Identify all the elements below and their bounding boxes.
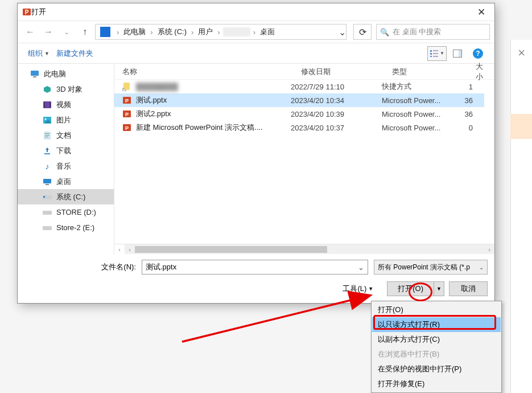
- file-date: 2023/4/20 10:37: [286, 124, 377, 132]
- newfolder-button[interactable]: 新建文件夹: [53, 46, 97, 61]
- file-name: 测试.pptx: [136, 95, 286, 105]
- svg-text:P: P: [125, 112, 129, 117]
- filetype-select[interactable]: 所有 PowerPoint 演示文稿 (*.p ⌄: [374, 260, 488, 275]
- col-name[interactable]: 名称: [114, 64, 296, 79]
- close-button[interactable]: ✕: [468, 3, 494, 21]
- filename-input[interactable]: 测试.pptx ⌄: [142, 260, 368, 275]
- sidebar-item-videos[interactable]: 视频: [18, 97, 114, 112]
- address-dropdown[interactable]: ⌄: [335, 27, 349, 38]
- svg-rect-14: [44, 102, 45, 108]
- sidebar-item-3d[interactable]: 3D 对象: [18, 81, 114, 97]
- menu-open-copy[interactable]: 以副本方式打开(C): [372, 332, 501, 347]
- col-date[interactable]: 修改日期: [296, 64, 387, 79]
- cube-icon: [43, 85, 52, 94]
- sidebar-item-label: 此电脑: [44, 69, 66, 79]
- view-details-icon: [430, 50, 439, 58]
- titlebar: P 打开 ✕: [18, 3, 494, 21]
- tools-button[interactable]: 工具(L)▼: [343, 284, 373, 294]
- svg-point-17: [45, 118, 47, 120]
- refresh-button[interactable]: ⟳: [353, 24, 372, 40]
- sidebar-item-desktop[interactable]: 桌面: [18, 174, 114, 189]
- filename-value: 测试.pptx: [146, 262, 176, 272]
- toolbar: 组织▼ 新建文件夹 ▼ ?: [18, 43, 494, 64]
- drive-icon: [43, 208, 52, 217]
- pc-icon: [100, 27, 110, 37]
- breadcrumb[interactable]: › 此电脑 › 系统 (C:) › 用户 › › 桌面: [95, 24, 347, 40]
- open-button[interactable]: 打开(O): [387, 281, 434, 296]
- filename-label: 文件名(N):: [24, 262, 138, 272]
- chevron-right-icon: ›: [114, 28, 122, 36]
- nav-up-button[interactable]: ↑: [77, 24, 93, 40]
- menu-open-repair[interactable]: 打开并修复(E): [372, 376, 501, 391]
- document-icon: [43, 131, 52, 140]
- file-row[interactable]: ████████ 2022/7/29 11:10 快捷方式 1: [114, 80, 484, 93]
- search-input[interactable]: 🔍 在 桌面 中搜索: [376, 24, 490, 40]
- address-bar: ← → ⌄ ↑ › 此电脑 › 系统 (C:) › 用户 › › 桌面 ⌄ ⟳ …: [18, 21, 494, 43]
- file-date: 2023/4/20 10:34: [286, 96, 377, 105]
- crumb-desktop[interactable]: 桌面: [258, 27, 277, 37]
- sidebar-item-downloads[interactable]: 下载: [18, 143, 114, 158]
- sidebar-item-pictures[interactable]: 图片: [18, 112, 114, 128]
- sidebar-item-label: Store-2 (E:): [56, 223, 94, 232]
- col-type[interactable]: 类型: [387, 64, 467, 79]
- svg-rect-7: [433, 56, 438, 57]
- chevron-down-icon[interactable]: ⌄: [358, 263, 364, 272]
- sidebar-item-this-pc[interactable]: 此电脑: [18, 66, 114, 81]
- svg-rect-10: [31, 71, 39, 76]
- menu-open-browser: 在浏览器中打开(B): [372, 347, 501, 362]
- file-type: 快捷方式: [377, 81, 457, 92]
- sidebar-item-drive-e[interactable]: Store-2 (E:): [18, 220, 114, 235]
- dialog-title: 打开: [31, 7, 468, 17]
- nav-back-button[interactable]: ←: [22, 24, 38, 40]
- sidebar-item-drive-d[interactable]: STORE (D:): [18, 204, 114, 220]
- scroll-left-icon[interactable]: ‹: [125, 246, 135, 253]
- file-row[interactable]: P 测试.pptx 2023/4/20 10:34 Microsoft Powe…: [114, 93, 484, 107]
- open-split-button: 打开(O) ▼: [387, 281, 444, 296]
- menu-open-protected[interactable]: 在受保护的视图中打开(P): [372, 362, 501, 376]
- sidebar-item-drive-c[interactable]: 系统 (C:): [18, 189, 114, 204]
- nav-recent-button[interactable]: ⌄: [59, 24, 75, 40]
- desktop-icon: [43, 177, 52, 186]
- help-button[interactable]: ?: [468, 46, 488, 61]
- horizontal-scrollbar[interactable]: ‹ ›: [125, 244, 494, 254]
- preview-pane-button[interactable]: [448, 46, 467, 61]
- sidebar-scroll-left[interactable]: ‹: [114, 244, 125, 254]
- file-row[interactable]: P 测试2.pptx 2023/4/20 10:39 Microsoft Pow…: [114, 107, 484, 121]
- cancel-button[interactable]: 取消: [449, 281, 488, 296]
- scroll-right-icon[interactable]: ›: [484, 246, 494, 253]
- file-row[interactable]: P 新建 Microsoft PowerPoint 演示文稿.... 2023/…: [114, 121, 484, 134]
- menu-open-readonly[interactable]: 以只读方式打开(R): [372, 317, 501, 332]
- sidebar-item-music[interactable]: ♪ 音乐: [18, 158, 114, 174]
- sidebar-item-label: 3D 对象: [56, 84, 83, 95]
- bottom-panel: 文件名(N): 测试.pptx ⌄ 所有 PowerPoint 演示文稿 (*.…: [18, 254, 494, 303]
- chevron-right-icon: ›: [250, 28, 258, 36]
- sidebar-item-documents[interactable]: 文档: [18, 128, 114, 143]
- crumb-users[interactable]: 用户: [196, 27, 215, 37]
- sidebar-item-label: 下载: [56, 146, 71, 156]
- organize-button[interactable]: 组织▼: [24, 46, 53, 61]
- open-mode-menu: 打开(O) 以只读方式打开(R) 以副本方式打开(C) 在浏览器中打开(B) 在…: [371, 301, 502, 393]
- sidebar-item-label: STORE (D:): [56, 208, 96, 216]
- crumb-root[interactable]: 此电脑: [122, 27, 147, 37]
- sidebar-item-label: 文档: [56, 130, 71, 141]
- filetype-value: 所有 PowerPoint 演示文稿 (*.p: [378, 263, 470, 272]
- chevron-right-icon: ›: [188, 28, 196, 36]
- help-icon: ?: [473, 48, 483, 59]
- view-options-button[interactable]: ▼: [427, 46, 447, 61]
- file-name: ████████: [136, 83, 286, 91]
- svg-rect-2: [430, 50, 432, 52]
- menu-open[interactable]: 打开(O): [372, 302, 501, 317]
- file-size: 36: [457, 96, 484, 105]
- crumb-user-hidden[interactable]: [223, 27, 250, 36]
- scroll-track[interactable]: [135, 245, 484, 254]
- open-dropdown-button[interactable]: ▼: [434, 281, 444, 296]
- svg-rect-20: [45, 133, 50, 134]
- crumb-drive[interactable]: 系统 (C:): [156, 27, 188, 37]
- scroll-thumb[interactable]: [135, 246, 327, 253]
- file-size: 0: [457, 124, 484, 132]
- svg-rect-30: [43, 226, 52, 230]
- svg-rect-3: [430, 53, 432, 55]
- file-date: 2022/7/29 11:10: [286, 83, 377, 91]
- chevron-down-icon: ⌄: [479, 264, 484, 271]
- file-name: 测试2.pptx: [136, 109, 286, 119]
